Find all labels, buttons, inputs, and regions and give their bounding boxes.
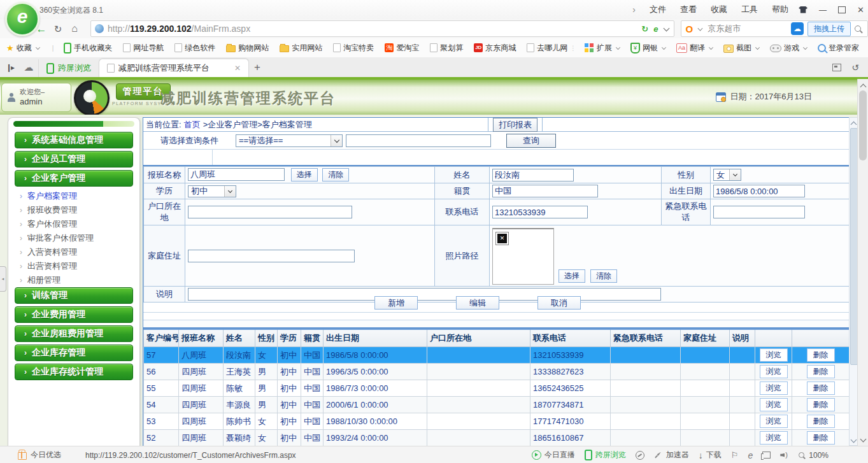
photo-pick-button[interactable]: 选择	[559, 269, 585, 283]
emergency-phone-input[interactable]	[713, 206, 805, 218]
column-header[interactable]: 出生日期	[324, 329, 427, 347]
skin-theme-icon[interactable]	[799, 6, 808, 13]
delete-button[interactable]: 删除	[807, 365, 835, 378]
refresh-icon[interactable]	[50, 24, 66, 34]
table-row[interactable]: 55 四周班 陈敏 男 初中 中国 1986/7/3 0:00:00 13652…	[144, 380, 850, 397]
column-header[interactable]: 家庭住址	[681, 329, 730, 347]
education-select[interactable]: 初中	[188, 185, 236, 197]
table-row[interactable]: 54 四周班 丰源良 男 初中 中国 2000/6/1 0:00:00 1870…	[144, 397, 850, 413]
menu-item[interactable]: 文件	[650, 4, 666, 15]
sidebar-group-button[interactable]: › 企业房租费用管理	[15, 325, 133, 342]
sidebar-link[interactable]: › 出营资料管理	[8, 259, 139, 273]
bookmark-item[interactable]: 绿色软件	[174, 43, 215, 53]
url-box[interactable]: http://119.29.200.102/MainFrm.aspx	[90, 20, 674, 37]
browse-button[interactable]: 浏览	[760, 398, 788, 411]
feedback-flag-icon[interactable]	[731, 451, 739, 459]
column-header[interactable]: 联系电话	[530, 329, 611, 347]
toolbar-item[interactable]: 截图	[723, 43, 761, 53]
search-input[interactable]: 京东超市	[708, 23, 787, 34]
query-value-input[interactable]	[346, 134, 491, 147]
toolbar-item[interactable]: 登录管家	[818, 43, 859, 53]
sidebar-group-button[interactable]: › 系统基础信息管理	[15, 132, 133, 148]
name-input[interactable]	[492, 169, 574, 182]
delete-button[interactable]: 删除	[807, 398, 835, 411]
bookmark-item[interactable]: 手机收藏夹	[64, 43, 112, 53]
table-row[interactable]: 53 四周班 陈帅书 女 初中 中国 1988/10/30 0:00:00 17…	[144, 413, 850, 430]
delete-button[interactable]: 删除	[807, 381, 835, 395]
browse-button[interactable]: 浏览	[760, 415, 788, 428]
favorites-button[interactable]: 收藏	[6, 43, 41, 53]
close-icon[interactable]	[857, 6, 864, 14]
photo-clear-button[interactable]: 清除	[590, 269, 617, 283]
browser-logo-icon[interactable]	[5, 2, 39, 36]
print-report-button[interactable]: 打印报表	[493, 118, 537, 132]
column-header[interactable]: 户口所在地	[427, 329, 530, 347]
search-engine-icon[interactable]: O	[685, 24, 693, 34]
speed-mode-icon[interactable]	[653, 25, 658, 33]
drag-upload-button[interactable]: 拖拽上传	[808, 22, 851, 36]
toolbar-item[interactable]: 扩展	[585, 43, 622, 53]
bookmark-item[interactable]: 网址导航	[123, 43, 164, 53]
bookmark-item[interactable]: 聚划算	[430, 43, 463, 53]
menu-item[interactable]: 工具	[741, 4, 758, 15]
birth-date-input[interactable]	[713, 185, 805, 197]
column-header[interactable]: 姓名	[224, 329, 255, 347]
origin-input[interactable]	[492, 185, 598, 197]
sidebar-group-button[interactable]: › 训练管理	[15, 287, 133, 304]
delete-button[interactable]: 删除	[807, 348, 835, 362]
toolbar-item[interactable]: 网银	[630, 43, 667, 53]
minimize-icon[interactable]	[819, 6, 827, 14]
sidebar-collapse-handle[interactable]: ◂	[0, 266, 6, 292]
bookmark-item[interactable]: 实用网站	[280, 43, 322, 53]
compat-mode-icon[interactable]	[636, 451, 644, 460]
home-address-input[interactable]	[188, 250, 355, 262]
home-icon[interactable]	[66, 24, 83, 34]
sidebar-group-button[interactable]: › 企业费用管理	[15, 306, 133, 323]
no-trace-icon[interactable]	[641, 25, 648, 33]
maximize-icon[interactable]	[838, 6, 846, 13]
search-engine-dropdown-icon[interactable]	[698, 25, 703, 31]
multi-window-icon[interactable]	[762, 452, 771, 459]
reopen-tab-icon[interactable]	[851, 63, 859, 72]
menu-item[interactable]: 收藏	[711, 4, 727, 15]
sidebar-group-button[interactable]: › 企业库存统计管理	[15, 364, 133, 380]
url-text[interactable]: http://119.29.200.102/MainFrm.aspx	[108, 24, 641, 34]
query-condition-select[interactable]: ==请选择==	[236, 134, 343, 147]
page-scrollbar[interactable]	[857, 79, 868, 446]
live-link[interactable]: 今日直播	[532, 450, 575, 460]
column-header[interactable]: 客户编号	[144, 329, 179, 347]
sidebar-expand-icon[interactable]	[0, 63, 19, 71]
zoom-control[interactable]: 100%	[799, 451, 829, 460]
sidebar-link[interactable]: › 审批客户休假管理	[8, 231, 139, 245]
menu-item[interactable]: 查看	[680, 4, 697, 15]
add-button[interactable]: 新增	[374, 296, 418, 310]
table-row[interactable]: 52 四周班 聂颖绮 女 初中 中国 1993/2/4 0:00:00 1865…	[144, 430, 850, 446]
sidebar-link[interactable]: › 相册管理	[8, 273, 139, 287]
scroll-down-icon[interactable]	[850, 438, 857, 443]
edit-button[interactable]: 编辑	[456, 296, 499, 310]
content-scrollbar[interactable]	[849, 117, 858, 446]
column-header[interactable]: 籍贯	[301, 329, 324, 347]
scroll-up-icon[interactable]	[850, 120, 857, 128]
sidebar-group-button[interactable]: › 企业客户管理	[15, 170, 133, 187]
residence-input[interactable]	[188, 206, 352, 218]
speaker-icon[interactable]	[780, 452, 789, 459]
toolbar-item[interactable]: 游戏	[770, 43, 809, 53]
scroll-down-icon[interactable]	[858, 437, 868, 443]
sidebar-link[interactable]: › 客户休假管理	[8, 217, 139, 231]
gender-select[interactable]: 女	[713, 169, 741, 181]
column-header[interactable]: 学历	[278, 329, 301, 347]
window-list-icon[interactable]	[832, 64, 841, 71]
phone-input[interactable]	[492, 206, 588, 218]
scrollbar-thumb[interactable]	[859, 90, 867, 160]
bookmark-item[interactable]: 淘宝特卖	[333, 43, 374, 53]
class-name-input[interactable]	[188, 168, 285, 181]
bookmark-item[interactable]: 京东商城	[474, 43, 516, 53]
sidebar-link[interactable]: › 入营资料管理	[8, 245, 139, 259]
browse-button[interactable]: 浏览	[760, 381, 788, 395]
class-clear-button[interactable]: 清除	[322, 168, 349, 182]
download-link[interactable]: 下载	[699, 450, 722, 460]
column-header[interactable]: 性别	[255, 329, 278, 347]
column-header[interactable]: 说明	[730, 329, 755, 347]
bookmark-item[interactable]: 购物网站	[226, 43, 269, 53]
